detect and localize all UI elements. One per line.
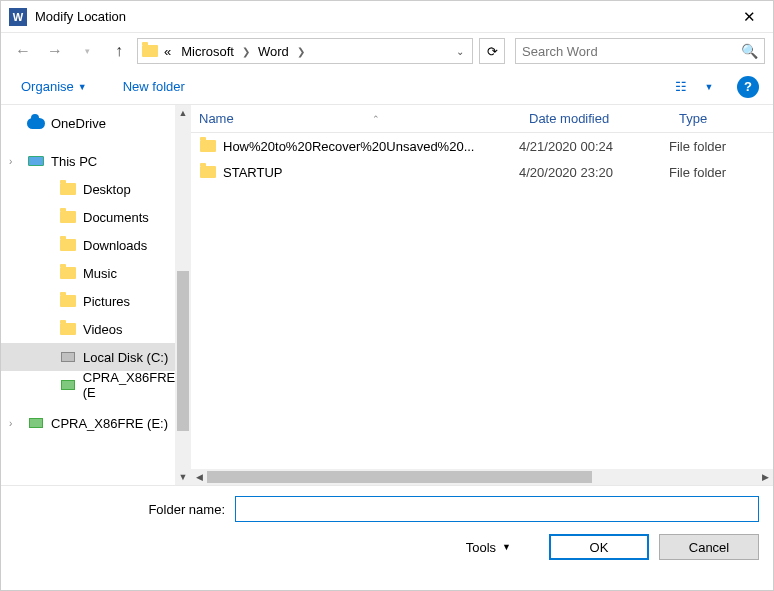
titlebar: W Modify Location ✕ [1, 1, 773, 33]
tree-node-label: This PC [51, 154, 97, 169]
tree-node[interactable]: Local Disk (C:) [1, 343, 191, 371]
tree-node-label: OneDrive [51, 116, 106, 131]
breadcrumb-prefix[interactable]: « [160, 44, 175, 59]
pc-icon [27, 152, 45, 170]
folder-name-input[interactable] [235, 496, 759, 522]
folder-name-label: Folder name: [15, 502, 235, 517]
chevron-right-icon[interactable]: ❯ [240, 46, 252, 57]
word-app-icon: W [9, 8, 27, 26]
view-mode-button[interactable]: ☷ [669, 75, 693, 99]
folder-icon [59, 264, 77, 282]
search-icon[interactable]: 🔍 [741, 43, 758, 59]
scroll-right-icon[interactable]: ▶ [757, 472, 773, 482]
file-date: 4/20/2020 23:20 [519, 165, 669, 180]
tree-node-label: Pictures [83, 294, 130, 309]
file-list: Name ⌃ Date modified Type How%20to%20Rec… [191, 105, 773, 485]
expand-chevron-icon[interactable]: › [9, 418, 21, 429]
bottom-panel: Folder name: Tools ▼ OK Cancel [1, 485, 773, 570]
new-folder-button[interactable]: New folder [117, 75, 191, 98]
tree-node-label: Music [83, 266, 117, 281]
up-button[interactable]: ↑ [105, 37, 133, 65]
scroll-left-icon[interactable]: ◀ [191, 472, 207, 482]
navigation-row: ← → ▾ ↑ « Microsoft ❯ Word ❯ ⌄ ⟳ 🔍 [1, 33, 773, 69]
chevron-right-icon[interactable]: ❯ [295, 46, 307, 57]
folder-icon [59, 292, 77, 310]
folder-icon [199, 140, 217, 152]
column-name-label: Name [199, 111, 234, 126]
new-folder-label: New folder [123, 79, 185, 94]
window-title: Modify Location [35, 9, 729, 24]
address-dropdown[interactable]: ⌄ [452, 46, 468, 57]
organise-label: Organise [21, 79, 74, 94]
tree-node[interactable]: Downloads [1, 231, 191, 259]
folder-icon [199, 166, 217, 178]
recent-dropdown[interactable]: ▾ [73, 37, 101, 65]
column-date[interactable]: Date modified [521, 111, 671, 126]
tree-node-label: Local Disk (C:) [83, 350, 168, 365]
view-dropdown-button[interactable]: ▼ [697, 75, 721, 99]
forward-button[interactable]: → [41, 37, 69, 65]
tree-node[interactable]: Desktop [1, 175, 191, 203]
tree-node[interactable]: OneDrive [1, 109, 191, 137]
tree-scrollbar[interactable]: ▲ ▼ [175, 105, 191, 485]
tree-node[interactable]: Pictures [1, 287, 191, 315]
chevron-down-icon: ▼ [502, 542, 511, 552]
tools-dropdown[interactable]: Tools ▼ [458, 536, 519, 559]
file-name: How%20to%20Recover%20Unsaved%20... [223, 139, 519, 154]
list-horizontal-scrollbar[interactable]: ◀ ▶ [191, 469, 773, 485]
folder-icon [59, 236, 77, 254]
breadcrumb-item[interactable]: Microsoft [177, 44, 238, 59]
disk-icon [59, 348, 77, 366]
folder-icon [142, 43, 158, 59]
tree-node[interactable]: CPRA_X86FRE (E [1, 371, 191, 399]
breadcrumb-item[interactable]: Word [254, 44, 293, 59]
drive-icon [59, 376, 77, 394]
organise-button[interactable]: Organise ▼ [15, 75, 93, 98]
file-row[interactable]: How%20to%20Recover%20Unsaved%20...4/21/2… [191, 133, 773, 159]
address-bar[interactable]: « Microsoft ❯ Word ❯ ⌄ [137, 38, 473, 64]
tree-node[interactable]: ›This PC [1, 147, 191, 175]
scroll-down-icon[interactable]: ▼ [175, 469, 191, 485]
ok-button[interactable]: OK [549, 534, 649, 560]
drive-icon [27, 414, 45, 432]
search-box[interactable]: 🔍 [515, 38, 765, 64]
help-button[interactable]: ? [737, 76, 759, 98]
tree-node-label: CPRA_X86FRE (E:) [51, 416, 168, 431]
scroll-up-icon[interactable]: ▲ [175, 105, 191, 121]
tree-node-label: Documents [83, 210, 149, 225]
file-name: STARTUP [223, 165, 519, 180]
file-row[interactable]: STARTUP4/20/2020 23:20File folder [191, 159, 773, 185]
scroll-thumb[interactable] [177, 271, 189, 431]
column-name[interactable]: Name ⌃ [191, 111, 521, 126]
hscroll-thumb[interactable] [207, 471, 592, 483]
tree-node[interactable]: Videos [1, 315, 191, 343]
folder-icon [59, 180, 77, 198]
cancel-button[interactable]: Cancel [659, 534, 759, 560]
file-date: 4/21/2020 00:24 [519, 139, 669, 154]
back-button[interactable]: ← [9, 37, 37, 65]
tools-label: Tools [466, 540, 496, 555]
tree-node-label: Desktop [83, 182, 131, 197]
file-type: File folder [669, 165, 773, 180]
sort-indicator-icon: ⌃ [240, 114, 513, 124]
tree-node[interactable]: ›CPRA_X86FRE (E:) [1, 409, 191, 437]
search-input[interactable] [522, 44, 741, 59]
column-type[interactable]: Type [671, 111, 773, 126]
tree-node[interactable]: Documents [1, 203, 191, 231]
file-type: File folder [669, 139, 773, 154]
tree-node-label: Downloads [83, 238, 147, 253]
refresh-button[interactable]: ⟳ [479, 38, 505, 64]
close-button[interactable]: ✕ [729, 2, 769, 32]
folder-icon [59, 208, 77, 226]
tree-node-label: Videos [83, 322, 123, 337]
cloud-icon [27, 114, 45, 132]
chevron-down-icon: ▼ [78, 82, 87, 92]
column-headers: Name ⌃ Date modified Type [191, 105, 773, 133]
expand-chevron-icon[interactable]: › [9, 156, 21, 167]
main-area: OneDrive›This PCDesktopDocumentsDownload… [1, 105, 773, 485]
folder-icon [59, 320, 77, 338]
tree-node[interactable]: Music [1, 259, 191, 287]
navigation-tree: OneDrive›This PCDesktopDocumentsDownload… [1, 105, 191, 485]
toolbar: Organise ▼ New folder ☷ ▼ ? [1, 69, 773, 105]
